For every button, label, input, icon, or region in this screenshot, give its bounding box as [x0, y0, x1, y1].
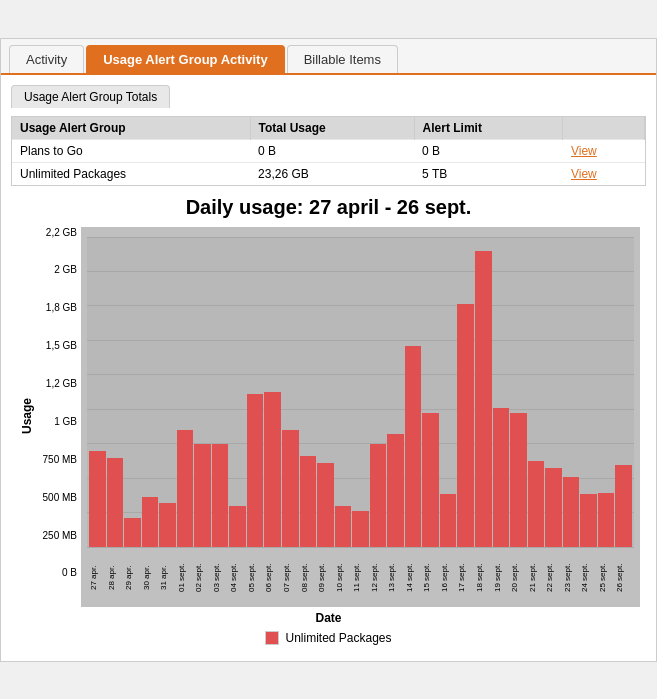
- bar[interactable]: [159, 503, 176, 547]
- x-tick-label: 25 sept.: [598, 549, 615, 607]
- bar[interactable]: [142, 497, 159, 546]
- x-tick-label: 16 sept.: [440, 549, 457, 607]
- y-tick-label: 1,8 GB: [46, 302, 77, 313]
- bar[interactable]: [370, 444, 387, 547]
- usage-table-wrapper: Usage Alert Group Total Usage Alert Limi…: [11, 116, 646, 186]
- cell-group: Unlimited Packages: [12, 162, 250, 185]
- tab-usage-alert-group-activity[interactable]: Usage Alert Group Activity: [86, 45, 284, 73]
- cell-total-usage: 0 B: [250, 139, 414, 162]
- x-tick-label: 17 sept.: [457, 549, 474, 607]
- content-area: Usage Alert Group Totals Usage Alert Gro…: [1, 75, 656, 661]
- bar[interactable]: [247, 394, 264, 546]
- bar[interactable]: [229, 506, 246, 547]
- x-tick-label: 22 sept.: [545, 549, 562, 607]
- x-tick-label: 28 apr.: [107, 549, 124, 607]
- x-tick-label: 27 apr.: [89, 549, 106, 607]
- x-tick-label: 29 apr.: [124, 549, 141, 607]
- x-tick-label: 09 sept.: [317, 549, 334, 607]
- tab-activity[interactable]: Activity: [9, 45, 84, 73]
- x-tick-label: 01 sept.: [177, 549, 194, 607]
- bar[interactable]: [475, 251, 492, 547]
- bar[interactable]: [177, 430, 194, 547]
- y-tick-label: 1,2 GB: [46, 378, 77, 389]
- bar[interactable]: [440, 494, 457, 546]
- x-tick-label: 18 sept.: [475, 549, 492, 607]
- y-tick-label: 750 MB: [43, 454, 77, 465]
- bar[interactable]: [194, 444, 211, 547]
- y-tick-label: 2,2 GB: [46, 227, 77, 238]
- y-tick-label: 0 B: [62, 567, 77, 578]
- x-tick-label: 26 sept.: [615, 549, 632, 607]
- x-labels: 27 apr.28 apr.29 apr.30 apr.31 apr.01 se…: [87, 547, 634, 607]
- x-tick-label: 08 sept.: [300, 549, 317, 607]
- bar[interactable]: [89, 451, 106, 547]
- x-tick-label: 31 apr.: [159, 549, 176, 607]
- bar[interactable]: [335, 506, 352, 547]
- chart-container: Usage 2,2 GB2 GB1,8 GB1,5 GB1,2 GB1 GB75…: [17, 227, 640, 607]
- bar[interactable]: [422, 413, 439, 547]
- bar[interactable]: [282, 430, 299, 547]
- bar[interactable]: [615, 465, 632, 547]
- col-header-limit: Alert Limit: [414, 117, 563, 140]
- y-axis-ticks: 2,2 GB2 GB1,8 GB1,5 GB1,2 GB1 GB750 MB50…: [37, 227, 81, 607]
- sub-tab-totals[interactable]: Usage Alert Group Totals: [11, 85, 170, 108]
- x-tick-label: 12 sept.: [370, 549, 387, 607]
- bar[interactable]: [317, 463, 334, 546]
- x-tick-label: 24 sept.: [580, 549, 597, 607]
- x-tick-label: 04 sept.: [229, 549, 246, 607]
- legend-label: Unlimited Packages: [285, 631, 391, 645]
- bar[interactable]: [124, 518, 141, 546]
- table-row: Plans to Go 0 B 0 B View: [12, 139, 645, 162]
- y-tick-label: 1,5 GB: [46, 340, 77, 351]
- bar[interactable]: [212, 444, 229, 547]
- bar[interactable]: [387, 434, 404, 547]
- view-link[interactable]: View: [563, 162, 645, 185]
- x-tick-label: 02 sept.: [194, 549, 211, 607]
- bar[interactable]: [580, 494, 597, 546]
- chart-plot-area: 27 apr.28 apr.29 apr.30 apr.31 apr.01 se…: [81, 227, 640, 607]
- table-row: Unlimited Packages 23,26 GB 5 TB View: [12, 162, 645, 185]
- bar[interactable]: [493, 408, 510, 546]
- col-header-total: Total Usage: [250, 117, 414, 140]
- bar[interactable]: [528, 461, 545, 547]
- view-link[interactable]: View: [563, 139, 645, 162]
- bar[interactable]: [264, 392, 281, 547]
- x-tick-label: 20 sept.: [510, 549, 527, 607]
- bar[interactable]: [107, 458, 124, 547]
- sub-tab-bar: Usage Alert Group Totals: [11, 85, 646, 108]
- x-tick-label: 10 sept.: [335, 549, 352, 607]
- chart-title: Daily usage: 27 april - 26 sept.: [11, 196, 646, 219]
- x-tick-label: 13 sept.: [387, 549, 404, 607]
- legend-color-box: [265, 631, 279, 645]
- cell-group: Plans to Go: [12, 139, 250, 162]
- x-tick-label: 23 sept.: [563, 549, 580, 607]
- x-tick-label: 15 sept.: [422, 549, 439, 607]
- bars-wrapper: [87, 237, 634, 547]
- x-tick-label: 06 sept.: [264, 549, 281, 607]
- bar[interactable]: [405, 346, 422, 546]
- col-header-group: Usage Alert Group: [12, 117, 250, 140]
- x-tick-label: 03 sept.: [212, 549, 229, 607]
- x-tick-label: 30 apr.: [142, 549, 159, 607]
- x-tick-label: 05 sept.: [247, 549, 264, 607]
- bar[interactable]: [545, 468, 562, 547]
- y-axis-label: Usage: [20, 398, 34, 434]
- y-tick-label: 500 MB: [43, 492, 77, 503]
- x-tick-label: 19 sept.: [493, 549, 510, 607]
- bars-container: [87, 237, 634, 547]
- col-header-action: [563, 117, 645, 140]
- chart-legend: Unlimited Packages: [11, 631, 646, 645]
- bar[interactable]: [352, 511, 369, 546]
- bar[interactable]: [563, 477, 580, 546]
- bar[interactable]: [510, 413, 527, 547]
- bar[interactable]: [457, 304, 474, 546]
- bar[interactable]: [300, 456, 317, 546]
- main-container: Activity Usage Alert Group Activity Bill…: [0, 38, 657, 662]
- tab-billable-items[interactable]: Billable Items: [287, 45, 398, 73]
- y-tick-label: 1 GB: [54, 416, 77, 427]
- x-tick-label: 07 sept.: [282, 549, 299, 607]
- y-tick-label: 250 MB: [43, 530, 77, 541]
- y-axis-label-container: Usage: [17, 227, 37, 607]
- bar[interactable]: [598, 493, 615, 547]
- cell-alert-limit: 0 B: [414, 139, 563, 162]
